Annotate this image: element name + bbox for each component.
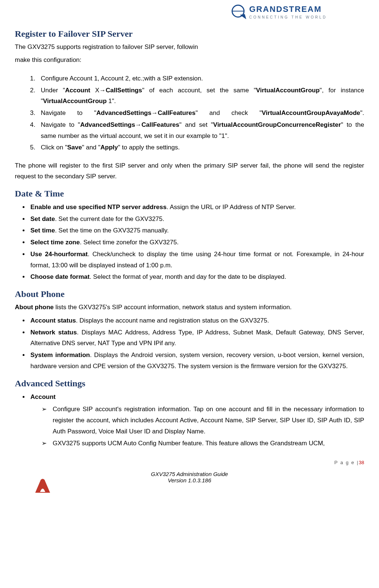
paragraph: About phone lists the GXV3275's SIP acco… (15, 302, 364, 313)
flame-icon (33, 478, 52, 493)
paragraph: The GXV3275 supports registration to fai… (15, 42, 364, 53)
list-item: Set date. Set the current date for the G… (29, 214, 364, 225)
heading-advanced-settings: Advanced Settings (15, 379, 364, 389)
paragraph: make this configuration: (15, 55, 364, 66)
paragraph: The phone will register to the first SIP… (15, 161, 364, 182)
logo-brand-text: GRANDSTREAM (249, 4, 322, 14)
list-item: Navigate to "AdvancedSettings→CallFeatur… (37, 119, 364, 142)
list-item: Navigate to "AdvancedSettings→CallFeatur… (37, 108, 364, 119)
list-item: Set time. Set the time on the GXV3275 ma… (29, 225, 364, 236)
account-sublist: Configure SIP account's registration inf… (30, 404, 364, 449)
brand-logo: GRANDSTREAM CONNECTING THE WORLD (15, 4, 364, 22)
footer-title: GXV3275 Administration Guide (15, 471, 364, 477)
list-item: Account Configure SIP account's registra… (29, 392, 364, 449)
footer-version: Version 1.0.3.186 (15, 477, 364, 483)
page-number: P a g e |38 (334, 460, 364, 465)
list-item: Use 24-hourformat. Check/uncheck to disp… (29, 249, 364, 271)
page-footer: P a g e |38 GXV3275 Administration Guide… (15, 471, 364, 491)
list-item: Select time zone. Select time zonefor th… (29, 237, 364, 248)
date-time-list: Enable and use specified NTP server addr… (15, 202, 364, 283)
list-item: Choose date format. Select the format of… (29, 271, 364, 283)
logo-tagline-text: CONNECTING THE WORLD (249, 15, 327, 19)
heading-date-time: Date & Time (15, 189, 364, 199)
about-phone-list: Account status. Displays the account nam… (15, 315, 364, 372)
list-item: Enable and use specified NTP server addr… (29, 202, 364, 213)
list-item: Configure Account 1, Account 2, etc.;wit… (37, 73, 364, 84)
list-item: Account status. Displays the account nam… (29, 315, 364, 326)
list-item: System information. Displays the Android… (29, 350, 364, 372)
list-item: Click on "Save" and "Apply" to apply the… (37, 142, 364, 153)
list-item: Configure SIP account's registration inf… (42, 404, 364, 437)
list-item: Under "Account X→CallSettings" of each a… (37, 85, 364, 107)
list-item: GXV3275 supports UCM Auto Config Number … (42, 438, 364, 449)
heading-register-failover: Register to Failover SIP Server (15, 29, 364, 39)
heading-about-phone: About Phone (15, 289, 364, 299)
list-item: Network status. Displays MAC Address, Ad… (29, 327, 364, 349)
steps-list: Configure Account 1, Account 2, etc.;wit… (15, 73, 364, 153)
advanced-settings-list: Account Configure SIP account's registra… (15, 392, 364, 449)
